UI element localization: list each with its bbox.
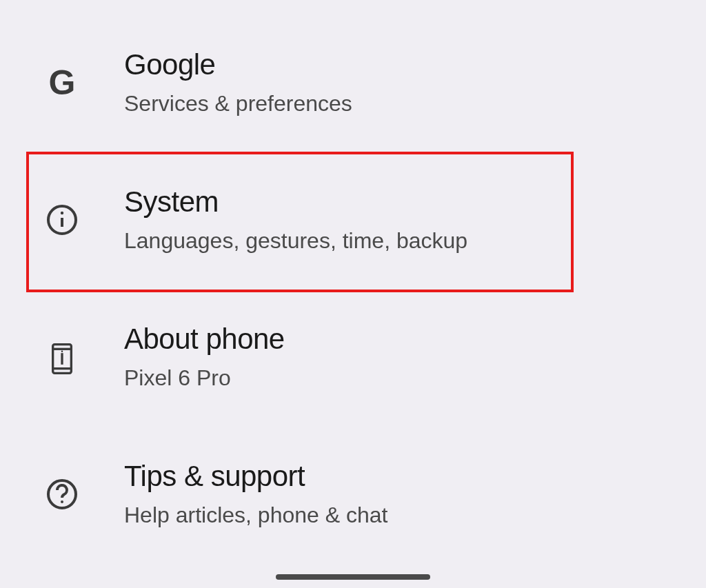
settings-item-google[interactable]: G Google Services & preferences <box>0 28 706 137</box>
svg-point-7 <box>61 350 63 352</box>
settings-item-tips-support[interactable]: Tips & support Help articles, phone & ch… <box>0 439 706 549</box>
gesture-nav-handle[interactable] <box>276 574 430 580</box>
settings-item-title: Google <box>124 48 706 81</box>
settings-item-subtitle: Pixel 6 Pro <box>124 365 706 391</box>
svg-point-2 <box>61 211 63 214</box>
google-g-icon: G <box>49 65 76 100</box>
settings-item-about-phone[interactable]: About phone Pixel 6 Pro <box>0 302 706 412</box>
settings-item-title: Tips & support <box>124 460 706 493</box>
settings-item-subtitle: Help articles, phone & chat <box>124 503 706 528</box>
svg-point-9 <box>61 500 63 503</box>
settings-item-subtitle: Languages, gestures, time, backup <box>124 228 706 254</box>
text-col: System Languages, gestures, time, backup <box>124 185 706 254</box>
settings-item-title: System <box>124 185 706 219</box>
icon-wrapper <box>0 339 124 375</box>
text-col: About phone Pixel 6 Pro <box>124 323 706 391</box>
help-circle-icon <box>46 478 79 511</box>
settings-item-system[interactable]: System Languages, gestures, time, backup <box>0 165 706 274</box>
settings-item-subtitle: Services & preferences <box>124 91 706 116</box>
text-col: Tips & support Help articles, phone & ch… <box>124 460 706 528</box>
settings-list: G Google Services & preferences System L… <box>0 0 706 549</box>
settings-item-title: About phone <box>124 323 706 356</box>
info-circle-icon <box>46 203 79 236</box>
text-col: Google Services & preferences <box>124 48 706 116</box>
icon-wrapper: G <box>0 65 124 100</box>
phone-icon <box>48 339 76 375</box>
icon-wrapper <box>0 478 124 511</box>
icon-wrapper <box>0 203 124 236</box>
